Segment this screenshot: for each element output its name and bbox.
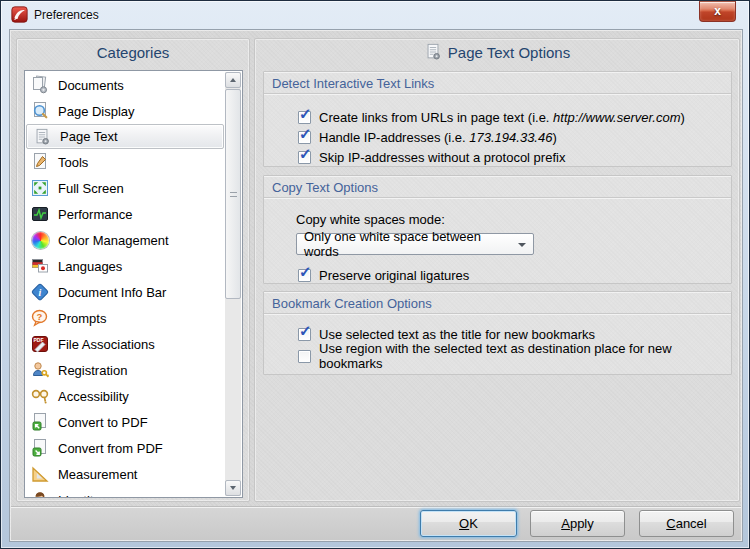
categories-scrollbar[interactable] bbox=[225, 72, 241, 496]
category-item-label: Tools bbox=[58, 155, 88, 170]
category-item-accessibility[interactable]: Accessibility bbox=[25, 383, 225, 409]
category-item-registration[interactable]: Registration bbox=[25, 357, 225, 383]
footer bbox=[11, 506, 741, 540]
identity-icon bbox=[30, 490, 50, 497]
category-item-convert-to-pdf[interactable]: Convert to PDF bbox=[25, 409, 225, 435]
category-item-label: Accessibility bbox=[58, 389, 129, 404]
scrollbar-thumb[interactable] bbox=[225, 89, 241, 299]
copy-white-spaces-select[interactable]: Only one white space between words bbox=[296, 233, 534, 255]
convert-to-pdf-icon bbox=[30, 412, 50, 432]
category-item-label: Registration bbox=[58, 363, 127, 378]
category-item-label: Performance bbox=[58, 207, 132, 222]
checkbox-row[interactable]: ✓Handle IP-addresses (i.e. 173.194.33.46… bbox=[298, 127, 731, 147]
copy-text-options-group: Copy Text Options Copy white spaces mode… bbox=[263, 175, 732, 284]
file-associations-icon: PDF bbox=[30, 334, 50, 354]
checkbox-label: Use selected text as the title for new b… bbox=[319, 327, 595, 342]
checkbox-row[interactable]: ✓Skip IP-addresses without a protocol pr… bbox=[298, 147, 731, 167]
full-screen-icon bbox=[30, 178, 50, 198]
registration-icon bbox=[30, 360, 50, 380]
measurement-icon bbox=[30, 464, 50, 484]
category-item-full-screen[interactable]: Full Screen bbox=[25, 175, 225, 201]
group-rows: ✓Preserve original ligatures bbox=[298, 265, 731, 285]
documents-icon bbox=[30, 75, 50, 95]
group-title: Bookmark Creation Options bbox=[264, 292, 731, 314]
checkbox-row[interactable]: Use region with the selected text as des… bbox=[298, 345, 731, 367]
category-item-page-display[interactable]: Page Display bbox=[25, 98, 225, 124]
checkbox-label: Use region with the selected text as des… bbox=[319, 341, 731, 371]
color-management-icon bbox=[30, 230, 50, 250]
titlebar: Preferences x bbox=[1, 1, 749, 29]
scroll-down-button[interactable] bbox=[225, 480, 241, 496]
apply-button[interactable]: Apply bbox=[530, 510, 625, 537]
checkmark-icon: ✓ bbox=[299, 263, 312, 281]
category-item-prompts[interactable]: ?Prompts bbox=[25, 305, 225, 331]
category-item-label: Color Management bbox=[58, 233, 169, 248]
languages-icon bbox=[30, 256, 50, 276]
checkbox-checked-icon[interactable]: ✓ bbox=[298, 328, 311, 341]
category-item-page-text[interactable]: Page Text bbox=[26, 124, 224, 149]
scrollbar-grip-icon bbox=[230, 192, 237, 197]
category-item-document-info-bar[interactable]: iDocument Info Bar bbox=[25, 279, 225, 305]
category-item-label: Documents bbox=[58, 78, 124, 93]
checkmark-icon: ✓ bbox=[299, 125, 312, 143]
group-rows: Copy white spaces mode: Only one white s… bbox=[264, 198, 731, 285]
group-title: Detect Interactive Text Links bbox=[264, 72, 731, 94]
category-item-tools[interactable]: Tools bbox=[25, 149, 225, 175]
copy-white-spaces-label: Copy white spaces mode: bbox=[296, 212, 731, 227]
close-button[interactable]: x bbox=[699, 1, 736, 22]
dialog-body: Categories DocumentsPage DisplayPage Tex… bbox=[9, 29, 743, 542]
prompts-icon: ? bbox=[30, 308, 50, 328]
checkbox-checked-icon[interactable]: ✓ bbox=[298, 111, 311, 124]
window-title: Preferences bbox=[34, 8, 99, 22]
category-item-label: Convert from PDF bbox=[58, 441, 163, 456]
checkbox-checked-icon[interactable]: ✓ bbox=[298, 151, 311, 164]
page-text-options-panel: Page Text Options Detect Interactive Tex… bbox=[254, 38, 740, 502]
categories-panel: Categories DocumentsPage DisplayPage Tex… bbox=[16, 38, 250, 502]
checkmark-icon: ✓ bbox=[299, 322, 312, 340]
category-item-color-management[interactable]: Color Management bbox=[25, 227, 225, 253]
checkbox-label: Preserve original ligatures bbox=[319, 268, 469, 283]
category-item-label: Full Screen bbox=[58, 181, 124, 196]
document-info-bar-icon: i bbox=[30, 282, 50, 302]
combo-selected-value: Only one white space between words bbox=[304, 229, 513, 259]
checkmark-icon: ✓ bbox=[299, 105, 312, 123]
category-item-label: Languages bbox=[58, 259, 122, 274]
checkbox-checked-icon[interactable]: ✓ bbox=[298, 269, 311, 282]
checkbox-label: Skip IP-addresses without a protocol pre… bbox=[319, 150, 565, 165]
categories-header: Categories bbox=[17, 39, 249, 65]
accessibility-icon bbox=[30, 386, 50, 406]
checkmark-icon: ✓ bbox=[299, 145, 312, 163]
category-item-performance[interactable]: Performance bbox=[25, 201, 225, 227]
categories-list: DocumentsPage DisplayPage TextToolsFull … bbox=[25, 72, 225, 497]
checkbox-label: Create links from URLs in page text (i.e… bbox=[319, 110, 685, 125]
checkbox-checked-icon[interactable]: ✓ bbox=[298, 131, 311, 144]
page-text-options-header: Page Text Options bbox=[255, 39, 739, 65]
group-rows: ✓Use selected text as the title for new … bbox=[264, 314, 731, 367]
ok-button[interactable]: OK bbox=[420, 510, 517, 537]
category-item-identity[interactable]: Identity bbox=[25, 487, 225, 497]
preferences-window: Preferences x Categories DocumentsPage D… bbox=[0, 0, 750, 549]
performance-icon bbox=[30, 204, 50, 224]
category-item-label: Page Display bbox=[58, 104, 135, 119]
app-logo-icon bbox=[11, 6, 28, 23]
category-item-documents[interactable]: Documents bbox=[25, 72, 225, 98]
category-item-label: Convert to PDF bbox=[58, 415, 148, 430]
checkbox-row[interactable]: ✓Create links from URLs in page text (i.… bbox=[298, 107, 731, 127]
svg-text:i: i bbox=[39, 287, 42, 298]
bookmark-creation-options-group: Bookmark Creation Options ✓Use selected … bbox=[263, 291, 732, 375]
checkbox-unchecked-icon[interactable] bbox=[298, 350, 311, 363]
category-item-label: Prompts bbox=[58, 311, 106, 326]
category-item-label: Page Text bbox=[60, 129, 118, 144]
categories-listbox: DocumentsPage DisplayPage TextToolsFull … bbox=[24, 70, 243, 498]
scroll-up-button[interactable] bbox=[225, 72, 241, 88]
cancel-button[interactable]: Cancel bbox=[639, 510, 734, 537]
category-item-convert-from-pdf[interactable]: Convert from PDF bbox=[25, 435, 225, 461]
checkbox-row[interactable]: ✓Preserve original ligatures bbox=[298, 265, 731, 285]
scroll-down-icon bbox=[230, 486, 236, 490]
category-item-languages[interactable]: Languages bbox=[25, 253, 225, 279]
category-item-label: File Associations bbox=[58, 337, 155, 352]
page-text-icon bbox=[32, 127, 52, 147]
page-text-options-icon bbox=[424, 43, 442, 61]
category-item-file-associations[interactable]: PDFFile Associations bbox=[25, 331, 225, 357]
category-item-measurement[interactable]: Measurement bbox=[25, 461, 225, 487]
